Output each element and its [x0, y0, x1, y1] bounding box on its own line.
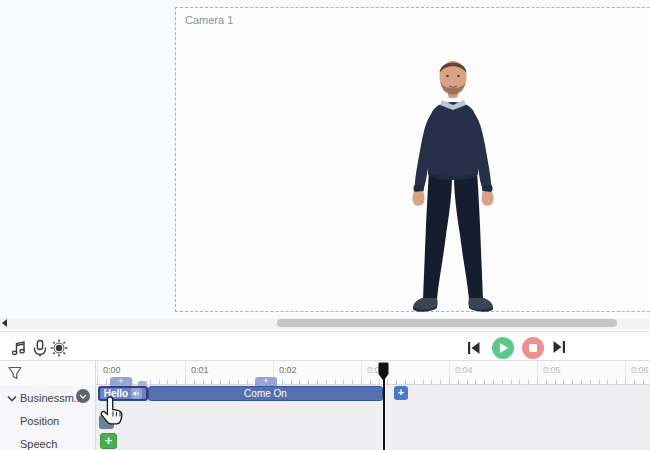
timeline-body: Businessm... Position Speech + + Hello: [0, 385, 650, 450]
insert-clip-tab[interactable]: +: [255, 377, 277, 386]
camera-label: Camera 1: [185, 14, 233, 26]
horizontal-scrollbar[interactable]: [0, 318, 650, 329]
skip-to-end-icon[interactable]: [551, 339, 567, 355]
tick-label: 0:05: [543, 365, 561, 375]
stage-area: Camera 1: [0, 0, 650, 317]
tick-label: 0:02: [279, 365, 297, 375]
scrollbar-thumb[interactable]: [277, 319, 617, 327]
play-button[interactable]: [492, 337, 514, 359]
businessman-character[interactable]: [385, 55, 525, 315]
track-position[interactable]: Position: [0, 410, 96, 432]
left-hand: [413, 191, 425, 206]
microphone-icon[interactable]: [30, 338, 50, 358]
clip-hello[interactable]: Hello: [98, 386, 148, 401]
animation-lane: + + Hello Come On + +: [0, 385, 650, 407]
add-clip-button[interactable]: +: [394, 386, 408, 400]
clip-come-on[interactable]: Come On: [148, 386, 383, 401]
stop-icon: [529, 344, 537, 352]
clip-label: Come On: [244, 388, 287, 399]
scrollbar-left-arrow-icon[interactable]: [2, 319, 7, 327]
ruler-left-cell: [0, 361, 96, 385]
track-label: Position: [20, 415, 59, 427]
tick-label: 0:06: [631, 365, 649, 375]
add-speech-button[interactable]: +: [100, 433, 117, 449]
right-hand: [482, 191, 494, 206]
play-icon: [500, 343, 508, 353]
animation-editor-window: Camera 1: [0, 0, 650, 450]
tick-label: 0:01: [191, 365, 209, 375]
filter-icon[interactable]: [8, 366, 22, 380]
stop-button[interactable]: [522, 337, 544, 359]
music-icon[interactable]: [9, 338, 29, 358]
timeline-ruler[interactable]: 0:00 0:01 0:02 0:03 0:04 0:05 0:06: [0, 361, 650, 385]
clip-label: Hello: [104, 388, 128, 399]
track-speech[interactable]: Speech: [0, 433, 96, 450]
position-keyframe-chip[interactable]: [99, 415, 114, 429]
speaker-icon: [131, 388, 142, 399]
tick-label: 0:00: [103, 365, 121, 375]
insert-clip-tab[interactable]: +: [110, 377, 132, 386]
playhead-handle[interactable]: [378, 362, 389, 382]
track-label: Speech: [20, 438, 57, 450]
brightness-icon[interactable]: [49, 338, 69, 358]
tick-label: 0:04: [455, 365, 473, 375]
skip-to-start-icon[interactable]: [466, 340, 482, 356]
